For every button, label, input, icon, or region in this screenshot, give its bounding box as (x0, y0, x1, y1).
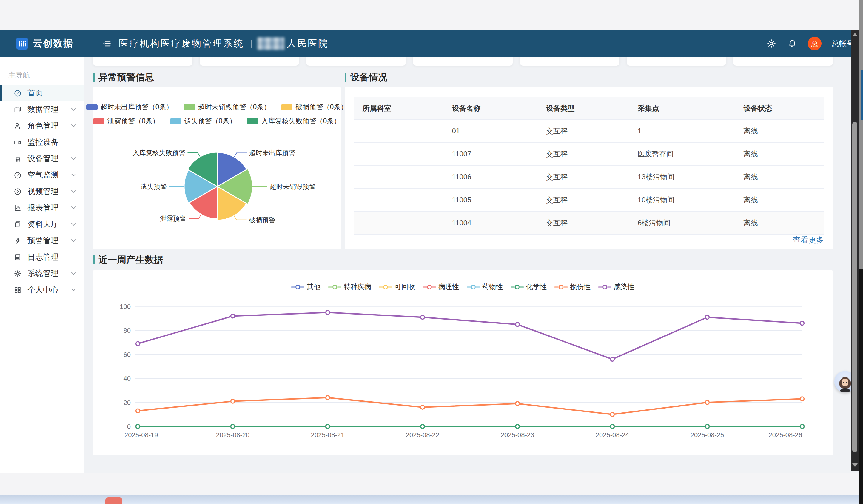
chevron-down-icon (71, 239, 76, 242)
legend-item[interactable]: 病理性 (423, 282, 459, 291)
outer-dark-strip (860, 268, 863, 504)
scrollbar-down-arrow-icon[interactable] (852, 463, 858, 467)
sidebar-item-system-management[interactable]: 系统管理 (0, 265, 84, 282)
browser-scrollbar[interactable] (851, 30, 859, 470)
sidebar-item-video-management[interactable]: 视频管理 (0, 183, 84, 200)
legend-label: 感染性 (614, 282, 635, 291)
data-point[interactable] (136, 425, 140, 429)
legend-item[interactable]: 可回收 (379, 282, 415, 291)
sidebar-item-label: 资料大厅 (27, 219, 59, 229)
scrollbar-thumb[interactable] (852, 122, 857, 452)
legend-label: 破损预警（0条） (296, 102, 347, 112)
x-axis-tick-label: 2025-08-19 (124, 431, 158, 439)
sidebar-item-air-monitoring[interactable]: 空气监测 (0, 167, 84, 183)
table-cell: 10楼污物间 (629, 195, 735, 205)
legend-item[interactable]: 泄露预警（0条） (93, 116, 159, 126)
column-header: 设备类型 (537, 103, 629, 113)
x-axis-tick-label: 2025-08-20 (216, 431, 250, 439)
legend-item[interactable]: 其他 (291, 282, 321, 291)
data-point[interactable] (231, 399, 235, 403)
x-axis-tick-label: 2025-08-22 (406, 431, 440, 439)
x-axis-tick-label: 2025-08-24 (596, 431, 629, 439)
sidebar-item-label: 数据管理 (27, 104, 59, 115)
os-bottom-strip (0, 473, 863, 495)
data-point[interactable] (326, 396, 330, 400)
legend-item[interactable]: 遗失预警（0条） (170, 116, 236, 126)
doc-icon (13, 220, 22, 229)
sidebar-collapse-icon[interactable] (101, 38, 113, 50)
sidebar-item-report-management[interactable]: 报表管理 (0, 200, 84, 216)
data-point[interactable] (516, 425, 520, 429)
account-name[interactable]: 总帐号 (832, 39, 854, 49)
sidebar-item-log-management[interactable]: 日志管理 (0, 249, 84, 265)
data-point[interactable] (421, 315, 425, 319)
table-row: 11005交互秤10楼污物间离线 (354, 189, 824, 212)
data-point[interactable] (421, 405, 425, 409)
line-series (138, 312, 802, 359)
sidebar-item-device-management[interactable]: 设备管理 (0, 150, 84, 167)
data-point[interactable] (705, 401, 709, 404)
camera-icon (13, 138, 22, 147)
sidebar-item-home[interactable]: 首页 (0, 85, 84, 101)
data-point[interactable] (800, 397, 804, 401)
data-point[interactable] (231, 314, 235, 318)
data-point[interactable] (136, 342, 140, 345)
table-cell: 11007 (443, 150, 537, 158)
table-cell: 离线 (735, 149, 824, 159)
data-point[interactable] (231, 425, 235, 429)
notification-bell-icon[interactable] (787, 38, 798, 49)
legend-item[interactable]: 超时未销毁预警（0条） (184, 102, 271, 112)
sidebar-item-document-hall[interactable]: 资料大厅 (0, 216, 84, 232)
data-point[interactable] (800, 322, 804, 325)
sidebar-item-personal-center[interactable]: 个人中心 (0, 282, 84, 298)
legend-item[interactable]: 特种疾病 (328, 282, 371, 291)
legend-item[interactable]: 超时未出库预警（0条） (86, 102, 173, 112)
sidebar-item-monitor-devices[interactable]: 监控设备 (0, 134, 84, 150)
sidebar-item-warning-management[interactable]: 预警管理 (0, 232, 84, 249)
table-row: 11004交互秤6楼污物间离线 (354, 212, 824, 235)
legend-item[interactable]: 破损预警（0条） (281, 102, 347, 112)
data-point[interactable] (611, 357, 614, 361)
data-point[interactable] (705, 425, 709, 429)
sidebar-item-label: 设备管理 (27, 153, 59, 164)
data-point[interactable] (421, 425, 425, 429)
table-cell: 离线 (735, 126, 824, 136)
sidebar-item-role-management[interactable]: 角色管理 (0, 117, 84, 134)
legend-line-marker (423, 285, 436, 290)
data-point[interactable] (611, 425, 614, 429)
legend-item[interactable]: 感染性 (598, 282, 635, 291)
sidebar-item-label: 首页 (27, 88, 43, 98)
x-axis-tick-label: 2025-08-23 (501, 431, 535, 439)
view-more-link[interactable]: 查看更多 (793, 235, 824, 245)
chevron-down-icon (71, 206, 76, 210)
scrollbar-up-arrow-icon[interactable] (852, 33, 858, 36)
hospital-name-redacted (258, 37, 284, 50)
data-point[interactable] (516, 402, 520, 405)
data-point[interactable] (136, 409, 140, 413)
legend-item[interactable]: 药物性 (467, 282, 503, 291)
legend-item[interactable]: 化学性 (511, 282, 547, 291)
table-cell: 6楼污物间 (629, 218, 735, 228)
data-point[interactable] (800, 425, 804, 429)
legend-label: 遗失预警（0条） (185, 116, 236, 126)
data-point[interactable] (705, 315, 709, 319)
taskbar-app-icon[interactable] (105, 497, 122, 504)
outer-edge-strip (859, 0, 863, 504)
user-icon (13, 122, 22, 130)
legend-item[interactable]: 入库复核失败预警（0条） (247, 116, 340, 126)
data-point[interactable] (326, 311, 330, 315)
data-point[interactable] (611, 412, 614, 416)
legend-item[interactable]: 损伤性 (554, 282, 590, 291)
legend-label: 化学性 (526, 282, 547, 291)
legend-line-marker (554, 285, 567, 290)
data-point[interactable] (326, 425, 330, 429)
sidebar-item-data-management[interactable]: 数据管理 (0, 101, 84, 117)
legend-label: 超时未出库预警（0条） (101, 102, 173, 112)
sidebar-item-label: 个人中心 (27, 285, 59, 295)
user-avatar[interactable]: 总 (808, 37, 822, 50)
settings-gear-icon[interactable] (766, 38, 777, 49)
outer-scroll-indicator (861, 70, 863, 120)
data-point[interactable] (516, 323, 520, 326)
y-axis-tick-label: 20 (124, 399, 131, 406)
pie-label-connector (188, 153, 200, 157)
